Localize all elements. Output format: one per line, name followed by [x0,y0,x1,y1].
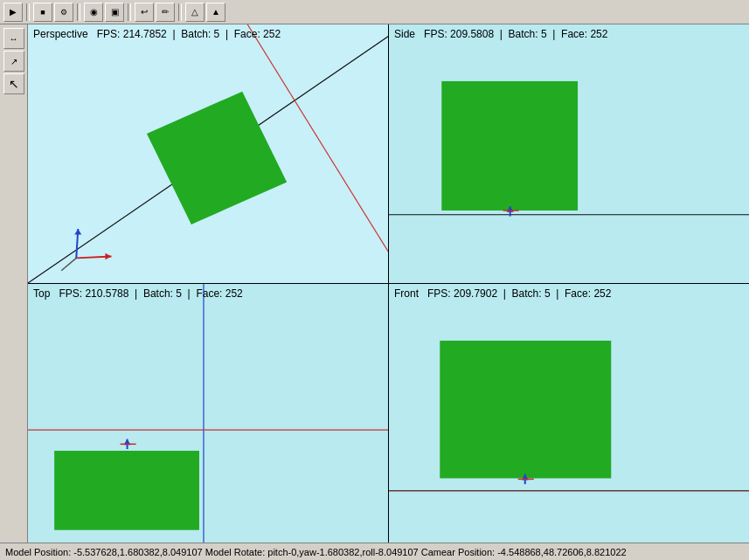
toolbar-btn-7[interactable]: ✏ [156,3,175,22]
perspective-svg [28,24,388,283]
svg-rect-9 [441,81,578,211]
toolbar-btn-6[interactable]: ↩ [135,3,154,22]
toolbar-btn-3[interactable]: ⚙ [54,3,73,22]
front-name: Front [394,287,419,300]
top-label: Top FPS: 210.5788 | Batch: 5 | Face: 252 [33,287,243,300]
top-svg [28,284,388,543]
perspective-label: Perspective FPS: 214.7852 | Batch: 5 | F… [33,28,281,40]
status-text: Model Position: -5.537628,1.680382,8.049… [5,547,627,557]
viewport-side[interactable]: Side FPS: 209.5808 | Batch: 5 | Face: 25… [389,24,749,283]
svg-rect-23 [440,341,611,479]
perspective-name: Perspective [33,28,88,40]
front-label: Front FPS: 209.7902 | Batch: 5 | Face: 2… [394,287,611,300]
top-face: Face: 252 [196,287,242,300]
top-fps: FPS: 210.5788 [59,287,128,300]
toolbar-btn-4[interactable]: ◉ [84,3,103,22]
svg-marker-4 [105,253,111,260]
side-fps: FPS: 209.5808 [424,28,494,40]
side-face: Face: 252 [561,28,607,40]
toolbar-btn-5[interactable]: ▣ [105,3,124,22]
svg-line-7 [61,258,76,270]
toolbar-btn-8[interactable]: △ [185,3,205,22]
side-name: Side [394,28,415,40]
side-batch: Batch: 5 [509,28,547,40]
statusbar: Model Position: -5.537628,1.680382,8.049… [0,543,749,560]
svg-marker-6 [74,229,81,235]
sidebar-btn-rotate[interactable]: ↗ [3,51,24,72]
svg-rect-17 [54,451,199,530]
perspective-batch: Batch: 5 [181,28,219,40]
front-fps: FPS: 209.7902 [427,287,497,300]
sidebar-btn-cursor[interactable]: ↖ [3,73,24,94]
toolbar-separator-1 [26,3,30,21]
sidebar-btn-move[interactable]: ↔ [3,28,24,49]
toolbar: ▶ ■ ⚙ ◉ ▣ ↩ ✏ △ ▲ [0,0,749,24]
toolbar-separator-3 [128,3,131,21]
viewport-front[interactable]: Front FPS: 209.7902 | Batch: 5 | Face: 2… [389,284,749,543]
svg-rect-2 [147,92,287,225]
viewport-top[interactable]: Top FPS: 210.5788 | Batch: 5 | Face: 252 [28,284,388,543]
top-batch: Batch: 5 [143,287,182,300]
top-name: Top [33,287,50,300]
front-batch: Batch: 5 [512,287,551,300]
main-area: ↔ ↗ ↖ Perspective FPS: 214.7852 | Batch:… [0,24,749,543]
perspective-face: Face: 252 [234,28,281,40]
front-svg [389,284,749,543]
front-face: Face: 252 [565,287,611,300]
viewport-perspective[interactable]: Perspective FPS: 214.7852 | Batch: 5 | F… [28,24,388,283]
toolbar-btn-1[interactable]: ▶ [3,3,23,22]
toolbar-btn-2[interactable]: ■ [33,3,52,22]
sidebar: ↔ ↗ ↖ [0,24,28,543]
side-svg [389,24,749,283]
side-label: Side FPS: 209.5808 | Batch: 5 | Face: 25… [394,28,607,40]
toolbar-separator-4 [178,3,182,21]
toolbar-separator-2 [77,3,80,21]
perspective-fps: FPS: 214.7852 [97,28,167,40]
viewport-grid: Perspective FPS: 214.7852 | Batch: 5 | F… [28,24,749,543]
toolbar-btn-9[interactable]: ▲ [206,3,225,22]
